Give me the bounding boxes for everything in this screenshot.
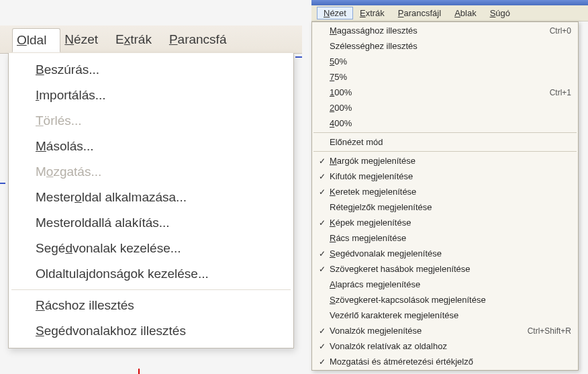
menu-item[interactable]: Rétegjelzők megjelenítése [312, 199, 578, 215]
check-icon: ✓ [315, 326, 330, 336]
menu-item[interactable]: Rács megjelenítése [312, 230, 578, 246]
menu-item-label: Rács megjelenítése [330, 233, 571, 243]
menu-item[interactable]: Segédvonalakhoz illesztés [9, 318, 293, 344]
menu-item[interactable]: Rácshoz illesztés [9, 293, 293, 318]
menu-item-label: 75% [330, 72, 571, 82]
menu-item-shortcut: Ctrl+1 [543, 88, 571, 97]
menu-item[interactable]: 50% [312, 54, 578, 69]
menu-item[interactable]: Magassághoz illesztésCtrl+0 [312, 23, 578, 38]
menu-item[interactable]: ✓Vonalzók relatívak az oldalhoz [312, 338, 578, 354]
menu-item-label: Mozgatási és átméretezési értékjelző [330, 357, 571, 367]
menu-item[interactable]: Mesteroldal alkalmazása... [9, 185, 293, 210]
menu-item[interactable]: Oldaltulajdonságok kezelése... [9, 261, 293, 287]
menu-item-label: Margók megjelenítése [330, 156, 571, 166]
menu-item[interactable]: ✓Keretek megjelenítése [312, 184, 578, 199]
menu-item-label: Szövegkeret hasábok megjelenítése [330, 264, 571, 274]
menu-item-shortcut: Ctrl+0 [543, 26, 571, 36]
menu-item-label: Vonalzók megjelenítése [330, 326, 521, 336]
menu-item[interactable]: 200% [312, 100, 578, 115]
menu-item-label: Rétegjelzők megjelenítése [330, 202, 571, 212]
menubar-item-súgó[interactable]: Súgó [483, 7, 517, 19]
check-icon: ✓ [315, 265, 330, 274]
ruler-fragment [0, 183, 5, 184]
menu-item-label: Vezérlő karakterek megjelenítése [330, 310, 571, 320]
check-icon: ✓ [315, 342, 330, 351]
menu-item: Mozgatás... [9, 159, 293, 185]
window-titlebar [311, 0, 588, 5]
menubar-item-oldal[interactable]: Oldal [12, 28, 60, 52]
menu-item[interactable]: Mesteroldallá alakítás... [9, 210, 293, 236]
menu-item[interactable]: ✓Szövegkeret hasábok megjelenítése [312, 261, 578, 277]
menu-item: Törlés... [9, 108, 293, 134]
menu-separator [313, 132, 577, 133]
menu-item[interactable]: 400% [312, 115, 578, 131]
menu-item-shortcut: Ctrl+Shift+R [521, 326, 571, 336]
menu-item[interactable]: ✓Segédvonalak megjelenítése [312, 246, 578, 261]
menubar-item-nézet[interactable]: Nézet [60, 28, 111, 51]
menu-item-label: Előnézet mód [330, 137, 571, 147]
menu-item[interactable]: Segédvonalak kezelése... [9, 236, 293, 261]
menu-item[interactable]: 100%Ctrl+1 [312, 85, 578, 100]
menu-item[interactable]: Importálás... [9, 83, 293, 108]
menu-item-label: Szélességhez illesztés [330, 41, 571, 51]
menu-item-label: Keretek megjelenítése [330, 187, 571, 197]
menu-item[interactable]: Szélességhez illesztés [312, 38, 578, 54]
menu-item-label: Képek megjelenítése [330, 218, 571, 228]
menu-item[interactable]: Beszúrás... [9, 57, 293, 83]
menubar-item-parancsfájl[interactable]: Parancsfájl [391, 7, 448, 19]
menu-separator [11, 289, 291, 290]
menu-item[interactable]: ✓Kifutók megjelenítése [312, 169, 578, 184]
menubar-item-extrák[interactable]: Extrák [353, 7, 391, 19]
menubar-item-nézet[interactable]: Nézet [317, 7, 353, 19]
dropdown-oldal: Beszúrás...Importálás...Törlés...Másolás… [8, 53, 294, 348]
check-icon: ✓ [315, 156, 330, 166]
menu-item-label: 200% [330, 103, 571, 113]
menubar-right: NézetExtrákParancsfájlAblakSúgó [311, 5, 588, 21]
menu-item-label: Segédvonalak megjelenítése [330, 248, 571, 259]
menu-item-label: 50% [330, 56, 571, 66]
check-icon: ✓ [315, 187, 330, 197]
menu-item-label: Magassághoz illesztés [330, 26, 543, 36]
menu-item[interactable]: 75% [312, 69, 578, 85]
check-icon: ✓ [315, 357, 330, 367]
menu-item-label: 100% [330, 87, 543, 97]
menu-item[interactable]: Szövegkeret-kapcsolások megjelenítése [312, 292, 578, 308]
menu-item-label: Kifutók megjelenítése [330, 171, 571, 181]
menu-item[interactable]: Másolás... [9, 134, 293, 159]
menu-item[interactable]: ✓Mozgatási és átméretezési értékjelző [312, 354, 578, 369]
menu-item-label: 400% [330, 118, 571, 128]
menu-item[interactable]: Alaprács megjelenítése [312, 277, 578, 292]
check-icon: ✓ [315, 172, 330, 181]
check-icon: ✓ [315, 249, 330, 259]
guide-fragment [138, 369, 140, 374]
menu-item-label: Vonalzók relatívak az oldalhoz [330, 341, 571, 351]
menu-item[interactable]: Vezérlő karakterek megjelenítése [312, 308, 578, 323]
menubar-left: OldalNézetExtrákParancsfá [0, 26, 302, 54]
menu-separator [313, 151, 577, 152]
menubar-item-parancsfájl[interactable]: Parancsfá [165, 28, 240, 51]
menubar-item-extrák[interactable]: Extrák [111, 28, 165, 51]
menu-item[interactable]: ✓Vonalzók megjelenítéseCtrl+Shift+R [312, 323, 578, 338]
menu-item[interactable]: ✓Margók megjelenítése [312, 153, 578, 169]
menu-item-label: Szövegkeret-kapcsolások megjelenítése [330, 295, 571, 305]
ruler-fragment [295, 56, 302, 58]
menubar-item-ablak[interactable]: Ablak [448, 7, 483, 19]
menu-item-label: Alaprács megjelenítése [330, 279, 571, 289]
menu-item[interactable]: ✓Képek megjelenítése [312, 215, 578, 230]
check-icon: ✓ [315, 218, 330, 228]
menu-item[interactable]: Előnézet mód [312, 134, 578, 150]
dropdown-nezet: Magassághoz illesztésCtrl+0Szélességhez … [311, 21, 579, 371]
